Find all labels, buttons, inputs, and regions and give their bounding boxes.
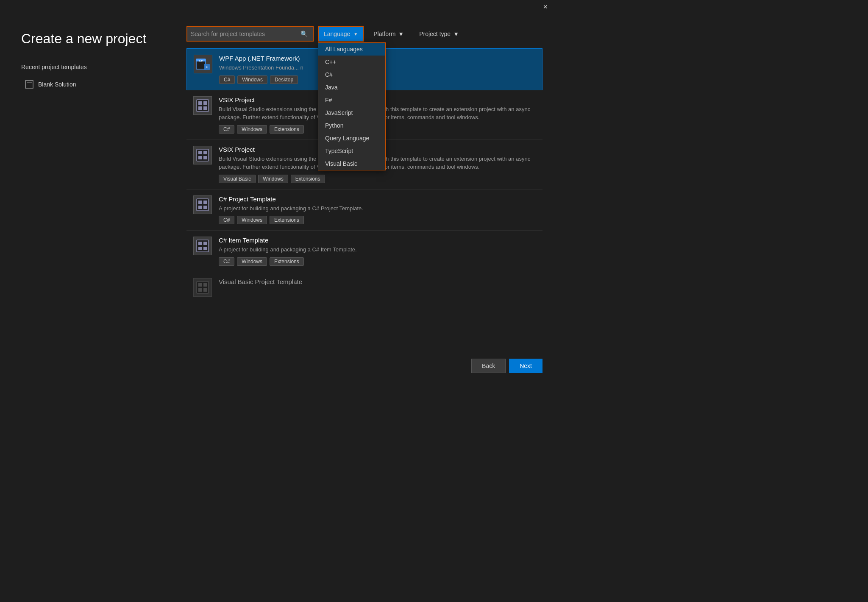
- vsix-2-icon-box: [193, 146, 212, 164]
- project-type-filter-label: Project type: [419, 31, 451, 37]
- dropdown-item-cpp[interactable]: C++: [318, 56, 385, 68]
- titlebar: ✕: [0, 0, 555, 14]
- template-item-csharp-item[interactable]: C# Item Template A project for building …: [186, 231, 542, 272]
- csharp-project-tag-2: Extensions: [270, 216, 304, 224]
- toolbar: 🔍 Language ▼ Platform ▼ Project type ▼ A…: [186, 26, 542, 42]
- wpf-app-tag-2: Desktop: [270, 75, 298, 84]
- dropdown-item-python[interactable]: Python: [318, 119, 385, 132]
- recent-section-title: Recent project templates: [21, 64, 161, 70]
- left-panel: Create a new project Recent project temp…: [0, 14, 178, 382]
- csharp-project-tag-0: C#: [219, 216, 234, 224]
- svg-rect-19: [203, 201, 207, 204]
- svg-rect-16: [203, 156, 207, 159]
- wpf-app-tag-1: Windows: [237, 75, 267, 84]
- vb-project-name: Visual Basic Project Template: [219, 278, 536, 285]
- svg-rect-8: [198, 101, 202, 105]
- csharp-item-icon-box: [193, 237, 212, 255]
- csharp-item-tag-2: Extensions: [270, 257, 304, 266]
- template-item-csharp-project[interactable]: C# Project Template A project for buildi…: [186, 190, 542, 231]
- project-type-filter-button[interactable]: Project type ▼: [414, 26, 465, 42]
- blank-solution-label: Blank Solution: [38, 81, 76, 88]
- vb-project-icon: [195, 280, 210, 295]
- csharp-item-tag-0: C#: [219, 257, 234, 266]
- svg-rect-23: [198, 242, 202, 245]
- dropdown-item-javascript[interactable]: JavaScript: [318, 106, 385, 119]
- svg-rect-30: [198, 288, 202, 292]
- blank-solution-icon: [25, 80, 34, 89]
- page-title: Create a new project: [21, 31, 161, 47]
- close-button[interactable]: ✕: [536, 0, 555, 14]
- vsix-icon-2: [195, 148, 210, 163]
- dropdown-item-query-language[interactable]: Query Language: [318, 132, 385, 145]
- vb-project-content: Visual Basic Project Template: [219, 278, 536, 287]
- svg-rect-28: [198, 283, 202, 287]
- csharp-project-icon-box: [193, 195, 212, 214]
- back-button[interactable]: Back: [471, 359, 506, 373]
- language-filter-label: Language: [324, 31, 350, 37]
- project-type-chevron-icon: ▼: [453, 31, 459, 37]
- svg-rect-11: [203, 106, 207, 110]
- template-item-vb-project[interactable]: Visual Basic Project Template: [186, 272, 542, 303]
- vsix-2-tag-1: Windows: [258, 175, 288, 183]
- csharp-project-tags: C# Windows Extensions: [219, 216, 536, 224]
- svg-rect-24: [203, 242, 207, 245]
- svg-rect-31: [203, 288, 207, 292]
- language-chevron-icon: ▼: [353, 32, 358, 36]
- dropdown-item-fsharp[interactable]: F#: [318, 94, 385, 106]
- vsix-1-tag-2: Extensions: [270, 125, 304, 134]
- vsix-icon-1: [195, 98, 210, 113]
- csharp-project-icon: [195, 197, 210, 212]
- csharp-project-content: C# Project Template A project for buildi…: [219, 195, 536, 225]
- footer: Back Next: [186, 352, 542, 373]
- vsix-2-tags: Visual Basic Windows Extensions: [219, 175, 536, 183]
- csharp-project-tag-1: Windows: [237, 216, 267, 224]
- search-box[interactable]: 🔍: [186, 26, 314, 42]
- platform-filter-label: Platform: [373, 31, 395, 37]
- vb-project-icon-box: [193, 278, 212, 297]
- csharp-item-content: C# Item Template A project for building …: [219, 237, 536, 266]
- csharp-item-tag-1: Windows: [237, 257, 267, 266]
- vsix-2-tag-2: Extensions: [291, 175, 325, 183]
- wpf-app-icon-box: C# >: [194, 55, 212, 73]
- svg-rect-9: [203, 101, 207, 105]
- svg-rect-29: [203, 283, 207, 287]
- csharp-item-tags: C# Windows Extensions: [219, 257, 536, 266]
- svg-rect-25: [198, 247, 202, 250]
- svg-text:C#: C#: [199, 59, 203, 63]
- svg-rect-14: [203, 151, 207, 154]
- vsix-2-tag-0: Visual Basic: [219, 175, 256, 183]
- language-dropdown-menu: All Languages C++ C# Java F# JavaScript …: [318, 42, 386, 170]
- svg-rect-1: [27, 82, 32, 83]
- csharp-project-name: C# Project Template: [219, 195, 536, 203]
- dropdown-item-java[interactable]: Java: [318, 81, 385, 94]
- language-filter-button[interactable]: Language ▼: [318, 26, 364, 42]
- csharp-item-name: C# Item Template: [219, 237, 536, 244]
- next-button[interactable]: Next: [509, 359, 542, 373]
- search-button[interactable]: 🔍: [299, 30, 309, 38]
- wpf-app-tag-0: C#: [219, 75, 235, 84]
- svg-rect-20: [198, 206, 202, 209]
- search-input[interactable]: [191, 31, 296, 37]
- main-layout: Create a new project Recent project temp…: [0, 0, 555, 382]
- svg-rect-18: [198, 201, 202, 204]
- platform-filter-button[interactable]: Platform ▼: [368, 26, 409, 42]
- svg-rect-15: [198, 156, 202, 159]
- svg-text:>: >: [206, 65, 208, 69]
- wpf-icon: C# >: [195, 56, 211, 72]
- svg-rect-21: [203, 206, 207, 209]
- dropdown-item-visual-basic[interactable]: Visual Basic: [318, 157, 385, 170]
- dropdown-item-all-languages[interactable]: All Languages: [318, 43, 385, 56]
- svg-rect-10: [198, 106, 202, 110]
- platform-chevron-icon: ▼: [398, 31, 404, 37]
- dropdown-item-typescript[interactable]: TypeScript: [318, 145, 385, 157]
- svg-rect-13: [198, 151, 202, 154]
- csharp-item-desc: A project for building and packaging a C…: [219, 245, 536, 254]
- vsix-1-tag-0: C#: [219, 125, 234, 134]
- svg-rect-26: [203, 247, 207, 250]
- dropdown-item-csharp[interactable]: C#: [318, 68, 385, 81]
- csharp-item-icon: [195, 238, 210, 254]
- vsix-1-tag-1: Windows: [237, 125, 267, 134]
- svg-rect-0: [25, 81, 33, 88]
- vsix-1-icon-box: [193, 96, 212, 115]
- recent-item-blank-solution[interactable]: Blank Solution: [21, 77, 161, 92]
